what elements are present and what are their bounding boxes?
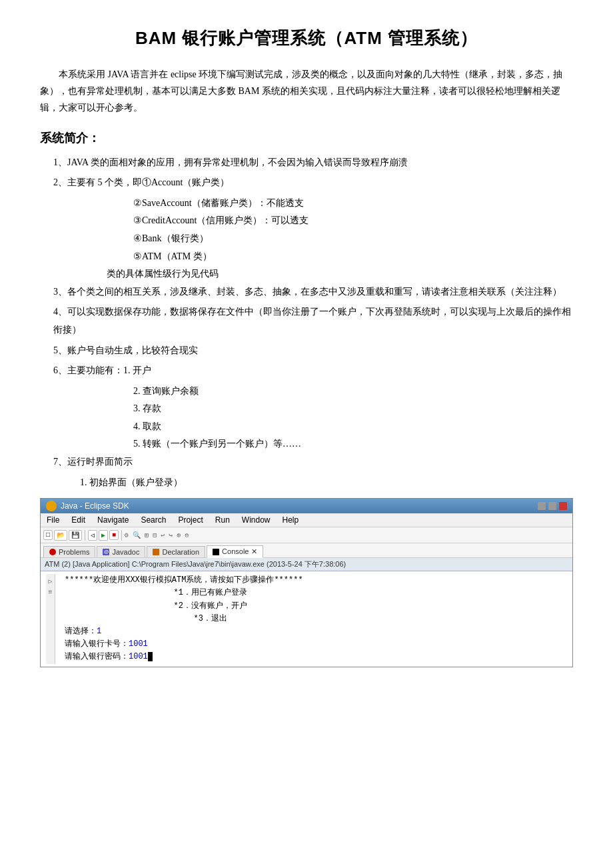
menu-run[interactable]: Run	[213, 515, 232, 525]
menu-file[interactable]: File	[45, 515, 61, 525]
eclipse-console-header: ATM (2) [Java Application] C:\Program Fi…	[41, 558, 572, 571]
console-line-6-value: 1001	[129, 639, 148, 649]
console-line-7-prefix: 请输入银行密码：	[65, 652, 129, 661]
list-text-6: 、主要功能有：1. 开户	[58, 365, 151, 375]
sub-item-2-1: ②SaveAccount（储蓄账户类）：不能透支	[133, 195, 573, 213]
close-icon[interactable]	[559, 502, 567, 510]
list-text-7: 、运行时界面简示	[58, 457, 133, 467]
console-line-5-prefix: 请选择：	[65, 627, 97, 636]
list-item-2: 2、主要有 5 个类，即①Account（账户类）	[53, 174, 573, 192]
toolbar-open[interactable]: 📂	[54, 530, 67, 541]
cursor: |	[148, 652, 153, 661]
left-ruler: ▷ ≡	[46, 574, 55, 663]
tab-problems[interactable]: Problems	[43, 546, 95, 557]
sub-item-2-3: ④Bank（银行类）	[133, 230, 573, 248]
toolbar-save[interactable]: 💾	[69, 530, 82, 541]
console-line-2: *1．用已有账户登录	[65, 587, 303, 599]
maximize-icon[interactable]	[548, 502, 556, 510]
list-item-4: 4、可以实现数据保存功能，数据将保存在文件中（即当你注册了一个账户，下次再登陆系…	[53, 303, 573, 339]
eclipse-console-body: ▷ ≡ ******欢迎使用XXX银行模拟ATM系统，请按如下步骤操作*****…	[41, 571, 572, 666]
list-item-3: 3、各个类之间的相互关系，涉及继承、封装、多态、抽象，在多态中又涉及重载和重写，…	[53, 283, 573, 301]
console-line-7: 请输入银行密码：1001|	[65, 651, 303, 663]
tab-javadoc[interactable]: @ Javadoc	[97, 546, 145, 557]
page-wrapper: BAM 银行账户管理系统（ATM 管理系统） 本系统采用 JAVA 语言并在 e…	[40, 27, 573, 667]
console-line-7-value: 1001	[129, 652, 148, 661]
sub-item-2-2: ③CreditAccount（信用账户类）：可以透支	[133, 212, 573, 230]
toolbar-stop[interactable]: ■	[109, 530, 119, 540]
list-item-5: 5、账户号自动生成，比较符合现实	[53, 342, 573, 360]
console-icon	[213, 549, 219, 555]
menu-search[interactable]: Search	[139, 515, 168, 525]
list-index-2: 2	[53, 177, 58, 187]
menu-help[interactable]: Help	[281, 515, 301, 525]
list-index-5: 5	[53, 345, 58, 355]
eclipse-toolbar: □ 📂 💾 ◁ ▶ ■ ⚙ 🔍 ⊞ ⊟ ↩ ↪ ⊕ ⊖	[41, 527, 572, 543]
list-text-3: 、各个类之间的相互关系，涉及继承、封装、多态、抽象，在多态中又涉及重载和重写，请…	[58, 287, 562, 297]
sub-item-2-4: ⑤ATM（ATM 类）	[133, 248, 573, 266]
ruler-icon-2: ≡	[46, 587, 55, 598]
menu-window[interactable]: Window	[240, 515, 273, 525]
tab-declaration[interactable]: Declaration	[147, 546, 205, 557]
console-line-6-prefix: 请输入银行卡号：	[65, 639, 129, 649]
main-list: 1、JAVA 类的面相对象的应用，拥有异常处理机制，不会因为输入错误而导致程序崩…	[53, 154, 573, 492]
list-text-5: 、账户号自动生成，比较符合现实	[58, 345, 198, 355]
tab-console[interactable]: Console ✕	[207, 545, 263, 558]
toolbar-run[interactable]: ▶	[99, 530, 108, 541]
console-line-6: 请输入银行卡号：1001	[65, 638, 303, 651]
list-index-6: 6	[53, 365, 58, 375]
menu-navigate[interactable]: Navigate	[95, 515, 131, 525]
console-body-inner: ▷ ≡ ******欢迎使用XXX银行模拟ATM系统，请按如下步骤操作*****…	[46, 574, 567, 663]
list-item-1: 1、JAVA 类的面相对象的应用，拥有异常处理机制，不会因为输入错误而导致程序崩…	[53, 154, 573, 172]
section-title: 系统简介：	[40, 130, 573, 146]
console-line-5-value: 1	[97, 627, 101, 636]
eclipse-window: Java - Eclipse SDK File Edit Navigate Se…	[40, 498, 573, 667]
declaration-icon	[153, 549, 159, 555]
ruler-icon-1: ▷	[46, 577, 55, 587]
console-line-4: *3．退出	[65, 613, 303, 625]
console-text-area: ******欢迎使用XXX银行模拟ATM系统，请按如下步骤操作****** *1…	[65, 574, 303, 663]
eclipse-icon	[46, 501, 57, 511]
toolbar-new[interactable]: □	[43, 530, 53, 540]
list-index-1: 1	[53, 157, 58, 167]
menu-project[interactable]: Project	[176, 515, 205, 525]
eclipse-tabs-bar: Problems @ Javadoc Declaration Console ✕	[41, 543, 572, 558]
console-line-1: ******欢迎使用XXX银行模拟ATM系统，请按如下步骤操作******	[65, 574, 303, 587]
javadoc-icon: @	[103, 549, 109, 555]
tab-console-label: Console ✕	[222, 547, 257, 556]
console-line-5: 请选择：1	[65, 625, 303, 638]
sub-section-label: 1. 初始界面（账户登录）	[80, 474, 573, 492]
list-text-4: 、可以实现数据保存功能，数据将保存在文件中（即当你注册了一个账户，下次再登陆系统…	[53, 307, 571, 335]
class-note: 类的具体属性级行为见代码	[107, 265, 573, 283]
toolbar-sep-2	[121, 530, 122, 541]
func-item-2: 3. 存款	[133, 400, 573, 418]
func-item-3: 4. 取款	[133, 418, 573, 436]
menu-edit[interactable]: Edit	[69, 515, 87, 525]
console-line-3-text: *2．没有账户，开户	[174, 601, 247, 611]
func-list: 2. 查询账户余额 3. 存款 4. 取款 5. 转账（一个账户到另一个账户）等…	[133, 383, 573, 453]
tab-problems-label: Problems	[59, 548, 89, 556]
intro-paragraph: 本系统采用 JAVA 语言并在 eclipse 环境下编写测试完成，涉及类的概念…	[40, 66, 573, 117]
problems-icon	[49, 549, 56, 555]
list-item-6: 6、主要功能有：1. 开户	[53, 362, 573, 380]
console-line-2-text: *1．用已有账户登录	[174, 588, 247, 597]
list-index-4: 4	[53, 307, 58, 317]
toolbar-icons: ⚙ 🔍 ⊞ ⊟ ↩ ↪ ⊕ ⊖	[125, 531, 189, 539]
console-line-3: *2．没有账户，开户	[65, 600, 303, 613]
list-text-1: 、JAVA 类的面相对象的应用，拥有异常处理机制，不会因为输入错误而导致程序崩溃	[58, 157, 408, 167]
toolbar-sep-1	[85, 530, 85, 541]
tab-declaration-label: Declaration	[162, 548, 199, 556]
list-text-2: 、主要有 5 个类，即①Account（账户类）	[58, 177, 229, 187]
list-index-3: 3	[53, 287, 58, 297]
eclipse-title-text: Java - Eclipse SDK	[61, 501, 129, 511]
console-line-4-text: *3．退出	[194, 614, 227, 623]
toolbar-back[interactable]: ◁	[88, 530, 97, 541]
tab-javadoc-label: Javadoc	[112, 548, 139, 556]
list-index-7: 7	[53, 457, 58, 467]
list-item-7: 7、运行时界面简示	[53, 453, 573, 471]
sub-list-2: ②SaveAccount（储蓄账户类）：不能透支 ③CreditAccount（…	[133, 195, 573, 265]
minimize-icon[interactable]	[538, 502, 546, 510]
page-title: BAM 银行账户管理系统（ATM 管理系统）	[40, 27, 573, 50]
console-header-text: ATM (2) [Java Application] C:\Program Fi…	[45, 559, 346, 569]
eclipse-menu-bar: File Edit Navigate Search Project Run Wi…	[41, 513, 572, 527]
func-item-1: 2. 查询账户余额	[133, 383, 573, 401]
